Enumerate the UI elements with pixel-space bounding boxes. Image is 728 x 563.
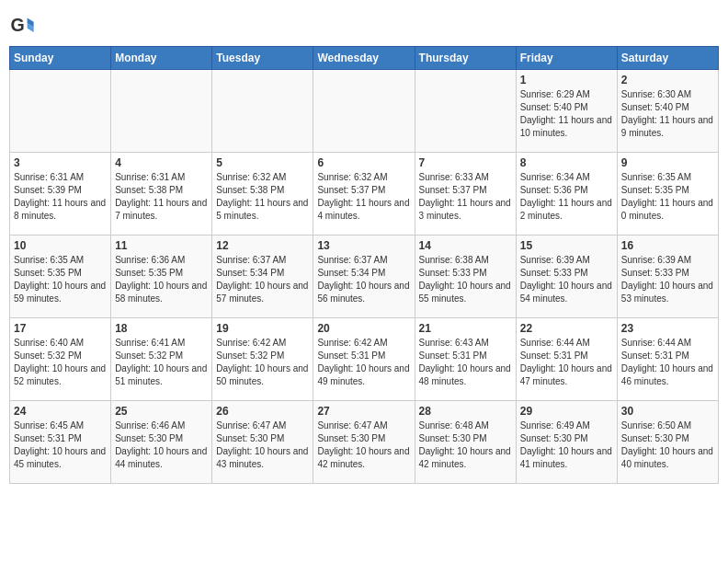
day-number: 4 bbox=[115, 156, 208, 169]
calendar-cell: 26Sunrise: 6:47 AMSunset: 5:30 PMDayligh… bbox=[212, 401, 313, 484]
day-number: 8 bbox=[520, 156, 613, 169]
logo: G bbox=[9, 13, 37, 39]
day-info: Sunrise: 6:45 AMSunset: 5:31 PMDaylight:… bbox=[14, 419, 107, 471]
day-info: Sunrise: 6:36 AMSunset: 5:35 PMDaylight:… bbox=[115, 254, 208, 305]
day-info: Sunrise: 6:37 AMSunset: 5:34 PMDaylight:… bbox=[216, 254, 309, 305]
day-number: 15 bbox=[520, 239, 613, 252]
day-number: 22 bbox=[520, 322, 613, 335]
calendar-cell: 25Sunrise: 6:46 AMSunset: 5:30 PMDayligh… bbox=[111, 401, 212, 484]
calendar-cell: 2Sunrise: 6:30 AMSunset: 5:40 PMDaylight… bbox=[617, 70, 718, 153]
calendar-cell: 24Sunrise: 6:45 AMSunset: 5:31 PMDayligh… bbox=[10, 401, 111, 484]
calendar-cell bbox=[10, 70, 111, 153]
day-info: Sunrise: 6:29 AMSunset: 5:40 PMDaylight:… bbox=[520, 88, 613, 140]
header-cell-monday: Monday bbox=[111, 47, 212, 70]
week-row-0: 1Sunrise: 6:29 AMSunset: 5:40 PMDaylight… bbox=[10, 70, 719, 153]
day-info: Sunrise: 6:46 AMSunset: 5:30 PMDaylight:… bbox=[115, 419, 208, 471]
day-number: 14 bbox=[419, 239, 512, 252]
day-info: Sunrise: 6:39 AMSunset: 5:33 PMDaylight:… bbox=[621, 254, 714, 305]
calendar-cell: 4Sunrise: 6:31 AMSunset: 5:38 PMDaylight… bbox=[111, 153, 212, 236]
svg-text:G: G bbox=[10, 15, 24, 35]
day-info: Sunrise: 6:32 AMSunset: 5:38 PMDaylight:… bbox=[216, 171, 309, 223]
calendar-cell: 20Sunrise: 6:42 AMSunset: 5:31 PMDayligh… bbox=[313, 318, 415, 401]
day-info: Sunrise: 6:37 AMSunset: 5:34 PMDaylight:… bbox=[317, 254, 410, 305]
calendar-cell: 14Sunrise: 6:38 AMSunset: 5:33 PMDayligh… bbox=[415, 236, 516, 318]
week-row-1: 3Sunrise: 6:31 AMSunset: 5:39 PMDaylight… bbox=[10, 153, 719, 236]
day-info: Sunrise: 6:40 AMSunset: 5:32 PMDaylight:… bbox=[14, 337, 107, 388]
day-info: Sunrise: 6:35 AMSunset: 5:35 PMDaylight:… bbox=[621, 171, 714, 223]
header-row: SundayMondayTuesdayWednesdayThursdayFrid… bbox=[10, 47, 719, 70]
calendar-cell: 12Sunrise: 6:37 AMSunset: 5:34 PMDayligh… bbox=[212, 236, 313, 318]
calendar-cell: 13Sunrise: 6:37 AMSunset: 5:34 PMDayligh… bbox=[313, 236, 415, 318]
day-number: 11 bbox=[115, 239, 208, 252]
day-number: 9 bbox=[621, 156, 714, 169]
header-cell-wednesday: Wednesday bbox=[313, 47, 415, 70]
day-number: 16 bbox=[621, 239, 714, 252]
day-number: 21 bbox=[419, 322, 512, 335]
day-number: 18 bbox=[115, 322, 208, 335]
logo-icon: G bbox=[9, 13, 35, 39]
day-info: Sunrise: 6:43 AMSunset: 5:31 PMDaylight:… bbox=[419, 337, 512, 388]
day-number: 26 bbox=[216, 405, 309, 418]
calendar-cell bbox=[415, 70, 516, 153]
day-info: Sunrise: 6:44 AMSunset: 5:31 PMDaylight:… bbox=[520, 337, 613, 388]
calendar-header: SundayMondayTuesdayWednesdayThursdayFrid… bbox=[10, 47, 719, 70]
header-cell-tuesday: Tuesday bbox=[212, 47, 313, 70]
header: G bbox=[9, 9, 719, 39]
day-info: Sunrise: 6:50 AMSunset: 5:30 PMDaylight:… bbox=[621, 419, 714, 471]
calendar-cell: 30Sunrise: 6:50 AMSunset: 5:30 PMDayligh… bbox=[617, 401, 718, 484]
calendar-cell: 3Sunrise: 6:31 AMSunset: 5:39 PMDaylight… bbox=[10, 153, 111, 236]
calendar-cell: 6Sunrise: 6:32 AMSunset: 5:37 PMDaylight… bbox=[313, 153, 415, 236]
calendar-cell: 16Sunrise: 6:39 AMSunset: 5:33 PMDayligh… bbox=[617, 236, 718, 318]
calendar-cell: 21Sunrise: 6:43 AMSunset: 5:31 PMDayligh… bbox=[415, 318, 516, 401]
day-info: Sunrise: 6:42 AMSunset: 5:32 PMDaylight:… bbox=[216, 337, 309, 388]
calendar-cell bbox=[111, 70, 212, 153]
day-number: 17 bbox=[14, 322, 107, 335]
day-info: Sunrise: 6:47 AMSunset: 5:30 PMDaylight:… bbox=[216, 419, 309, 471]
day-info: Sunrise: 6:48 AMSunset: 5:30 PMDaylight:… bbox=[419, 419, 512, 471]
day-info: Sunrise: 6:35 AMSunset: 5:35 PMDaylight:… bbox=[14, 254, 107, 305]
day-number: 6 bbox=[317, 156, 410, 169]
day-number: 30 bbox=[621, 405, 714, 418]
day-number: 23 bbox=[621, 322, 714, 335]
day-info: Sunrise: 6:30 AMSunset: 5:40 PMDaylight:… bbox=[621, 88, 714, 140]
header-cell-saturday: Saturday bbox=[617, 47, 718, 70]
calendar-cell: 10Sunrise: 6:35 AMSunset: 5:35 PMDayligh… bbox=[10, 236, 111, 318]
day-info: Sunrise: 6:31 AMSunset: 5:39 PMDaylight:… bbox=[14, 171, 107, 223]
calendar-cell: 23Sunrise: 6:44 AMSunset: 5:31 PMDayligh… bbox=[617, 318, 718, 401]
calendar-cell: 22Sunrise: 6:44 AMSunset: 5:31 PMDayligh… bbox=[516, 318, 617, 401]
day-info: Sunrise: 6:32 AMSunset: 5:37 PMDaylight:… bbox=[317, 171, 410, 223]
calendar-cell: 19Sunrise: 6:42 AMSunset: 5:32 PMDayligh… bbox=[212, 318, 313, 401]
calendar-cell: 8Sunrise: 6:34 AMSunset: 5:36 PMDaylight… bbox=[516, 153, 617, 236]
day-info: Sunrise: 6:38 AMSunset: 5:33 PMDaylight:… bbox=[419, 254, 512, 305]
calendar-cell: 5Sunrise: 6:32 AMSunset: 5:38 PMDaylight… bbox=[212, 153, 313, 236]
day-info: Sunrise: 6:49 AMSunset: 5:30 PMDaylight:… bbox=[520, 419, 613, 471]
day-number: 28 bbox=[419, 405, 512, 418]
calendar-cell: 9Sunrise: 6:35 AMSunset: 5:35 PMDaylight… bbox=[617, 153, 718, 236]
day-number: 19 bbox=[216, 322, 309, 335]
day-number: 27 bbox=[317, 405, 410, 418]
week-row-4: 24Sunrise: 6:45 AMSunset: 5:31 PMDayligh… bbox=[10, 401, 719, 484]
day-number: 10 bbox=[14, 239, 107, 252]
day-number: 7 bbox=[419, 156, 512, 169]
day-number: 24 bbox=[14, 405, 107, 418]
day-info: Sunrise: 6:39 AMSunset: 5:33 PMDaylight:… bbox=[520, 254, 613, 305]
header-cell-sunday: Sunday bbox=[10, 47, 111, 70]
day-number: 20 bbox=[317, 322, 410, 335]
calendar-cell: 29Sunrise: 6:49 AMSunset: 5:30 PMDayligh… bbox=[516, 401, 617, 484]
day-info: Sunrise: 6:44 AMSunset: 5:31 PMDaylight:… bbox=[621, 337, 714, 388]
day-number: 5 bbox=[216, 156, 309, 169]
calendar-cell: 27Sunrise: 6:47 AMSunset: 5:30 PMDayligh… bbox=[313, 401, 415, 484]
calendar-cell: 28Sunrise: 6:48 AMSunset: 5:30 PMDayligh… bbox=[415, 401, 516, 484]
day-info: Sunrise: 6:34 AMSunset: 5:36 PMDaylight:… bbox=[520, 171, 613, 223]
day-info: Sunrise: 6:41 AMSunset: 5:32 PMDaylight:… bbox=[115, 337, 208, 388]
day-info: Sunrise: 6:31 AMSunset: 5:38 PMDaylight:… bbox=[115, 171, 208, 223]
calendar-body: 1Sunrise: 6:29 AMSunset: 5:40 PMDaylight… bbox=[10, 70, 719, 484]
day-number: 3 bbox=[14, 156, 107, 169]
header-cell-friday: Friday bbox=[516, 47, 617, 70]
calendar-cell: 1Sunrise: 6:29 AMSunset: 5:40 PMDaylight… bbox=[516, 70, 617, 153]
calendar: SundayMondayTuesdayWednesdayThursdayFrid… bbox=[9, 46, 719, 484]
day-number: 1 bbox=[520, 74, 613, 86]
week-row-3: 17Sunrise: 6:40 AMSunset: 5:32 PMDayligh… bbox=[10, 318, 719, 401]
calendar-cell: 15Sunrise: 6:39 AMSunset: 5:33 PMDayligh… bbox=[516, 236, 617, 318]
calendar-cell: 18Sunrise: 6:41 AMSunset: 5:32 PMDayligh… bbox=[111, 318, 212, 401]
